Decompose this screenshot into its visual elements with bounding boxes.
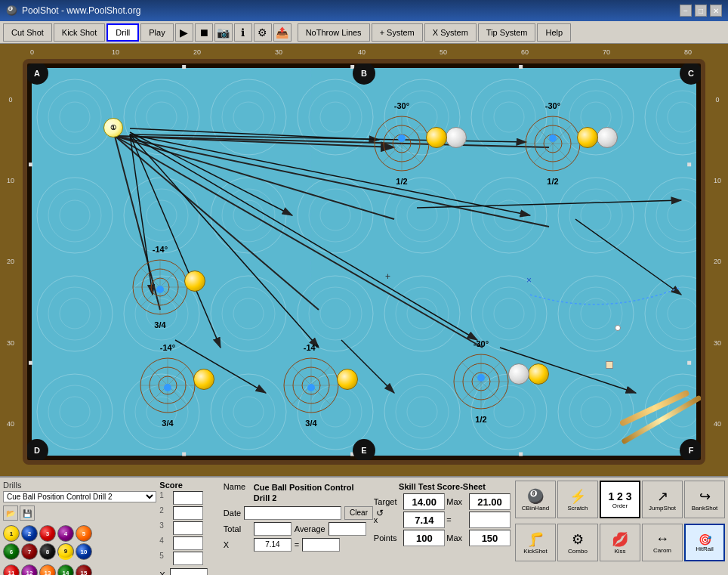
table-felt: + × ①: [32, 68, 696, 456]
kiss-button[interactable]: 💋 Kiss: [600, 524, 640, 561]
shot-display-2: -30° 1/2: [523, 113, 583, 174]
minimize-button[interactable]: −: [680, 5, 692, 17]
hitrail-button[interactable]: 🎯 HitRail: [684, 524, 725, 561]
total-row: Total Average: [224, 522, 368, 536]
total-label: Total: [224, 524, 251, 533]
x-val-input[interactable]: [254, 538, 292, 552]
points-label: Points: [374, 533, 402, 543]
date-input[interactable]: [244, 506, 341, 520]
score-row-4-label: 4: [159, 536, 171, 550]
score-1-input[interactable]: [173, 491, 203, 505]
export-icon-button[interactable]: 📤: [273, 23, 292, 42]
bankshot-button[interactable]: ↪ BankShot: [684, 481, 725, 518]
pocket-d: D: [26, 439, 48, 462]
drill-save-button[interactable]: 💾: [20, 505, 35, 521]
play-icon-button[interactable]: ▶: [175, 23, 193, 42]
cue-ball-position: [615, 325, 621, 331]
svg-point-76: [307, 384, 315, 391]
x-system-button[interactable]: X System: [424, 23, 477, 42]
score-grid: 1 2 3 4 5: [159, 491, 219, 565]
pool-table-container: 0 10 20 30 40 50 60 70 80: [0, 44, 728, 476]
target-label: Target: [374, 497, 402, 506]
svg-text:80: 80: [684, 48, 692, 56]
cut-shot-button[interactable]: Cut Shot: [3, 23, 52, 42]
ball-8-btn[interactable]: 8: [39, 543, 56, 560]
help-button[interactable]: Help: [537, 23, 571, 42]
max-val-2: 150: [469, 530, 511, 546]
close-button[interactable]: ✕: [710, 5, 722, 17]
stop-icon-button[interactable]: ⏹: [195, 23, 213, 42]
kick-shot-button[interactable]: Kick Shot: [54, 23, 105, 42]
ball-3-btn[interactable]: 3: [39, 525, 56, 542]
skill-test-title: Skill Test Score-Sheet: [374, 482, 511, 491]
ball-5-btn[interactable]: 5: [76, 525, 92, 542]
pool-table[interactable]: + × ①: [23, 59, 705, 465]
drills-label: Drills: [3, 481, 156, 490]
ball-7-btn[interactable]: 7: [21, 543, 38, 560]
tip-system-button[interactable]: Tip System: [478, 23, 536, 42]
target-val: 14.00: [403, 493, 445, 510]
name-row: Name Cue Ball Position Control Drill 2: [224, 482, 368, 504]
ball-13-btn[interactable]: 13: [39, 564, 56, 575]
ball-grid-2: 11 12 13 14 15: [3, 564, 156, 575]
max-label-1: Max: [446, 497, 467, 506]
ball-11-btn[interactable]: 11: [3, 564, 20, 575]
ball-4-btn[interactable]: 4: [57, 525, 74, 542]
settings-icon-button[interactable]: ⚙: [254, 23, 272, 42]
title-bar-left: 🎱 PoolShot - www.PoolShot.org: [6, 5, 140, 16]
svg-point-44: [398, 134, 406, 142]
svg-text:50: 50: [440, 48, 447, 56]
order-button[interactable]: 1 2 3 Order: [600, 481, 640, 518]
shot-display-4: -14° 3/4: [137, 355, 198, 416]
ball-14-btn[interactable]: 14: [57, 564, 74, 575]
svg-text:+: +: [385, 271, 390, 282]
ball-2-btn[interactable]: 2: [21, 525, 38, 542]
scratch-button[interactable]: ⚡ Scratch: [557, 481, 598, 518]
ball-1-btn[interactable]: 1: [3, 525, 20, 542]
plus-system-button[interactable]: + System: [372, 23, 423, 42]
svg-text:10: 10: [112, 48, 119, 56]
ball-10-btn[interactable]: 10: [76, 543, 92, 560]
svg-text:40: 40: [358, 48, 366, 56]
max-val-1: 21.00: [469, 493, 511, 510]
play-button[interactable]: Play: [140, 23, 173, 42]
maximize-button[interactable]: □: [695, 5, 707, 17]
svg-point-68: [164, 384, 171, 391]
app-title: PoolShot - www.PoolShot.org: [22, 5, 140, 16]
kickshot-button[interactable]: 🦵 KickShot: [515, 524, 556, 561]
drill-button[interactable]: Drill: [106, 23, 139, 42]
drills-dropdown[interactable]: Cue Ball Position Control Drill 2: [3, 491, 156, 502]
drill-open-button[interactable]: 📂: [3, 505, 18, 521]
max-label-2: Max: [446, 533, 467, 543]
ball-9-btn[interactable]: 9: [57, 543, 74, 560]
x-label: X: [159, 570, 168, 575]
svg-text:20: 20: [193, 48, 201, 56]
carom-button[interactable]: ↔ Carom: [642, 524, 683, 561]
svg-text:70: 70: [603, 48, 610, 56]
date-label: Date: [224, 509, 241, 518]
score-row-1-label: 1: [159, 491, 171, 505]
average-input[interactable]: [329, 522, 366, 536]
info-icon-button[interactable]: ℹ: [234, 23, 252, 42]
score-3-input[interactable]: [173, 521, 203, 535]
title-bar: 🎱 PoolShot - www.PoolShot.org − □ ✕: [0, 0, 728, 21]
pocket-c: C: [680, 62, 702, 85]
cbinhand-button[interactable]: 🎱 CBinHand: [515, 481, 556, 518]
ball-15-btn[interactable]: 15: [76, 564, 92, 575]
x-skill-val: 7.14: [403, 512, 445, 528]
score-4-input[interactable]: [173, 536, 203, 550]
x-input[interactable]: [170, 568, 208, 575]
pocket-e: E: [353, 439, 375, 462]
pocket-b: B: [353, 62, 375, 85]
result-input[interactable]: [302, 538, 340, 552]
combo-button[interactable]: ⚙ Combo: [557, 524, 598, 561]
camera-icon-button[interactable]: 📷: [214, 23, 233, 42]
jumpshot-button[interactable]: ↗ JumpShot: [642, 481, 683, 518]
total-input[interactable]: [254, 522, 292, 536]
score-2-input[interactable]: [173, 506, 203, 520]
ball-12-btn[interactable]: 12: [21, 564, 38, 575]
no-throw-lines-button[interactable]: NoThrow Lines: [298, 23, 370, 42]
clear-button[interactable]: Clear: [344, 506, 373, 520]
score-5-input[interactable]: [173, 552, 203, 565]
ball-6-btn[interactable]: 6: [3, 543, 20, 560]
